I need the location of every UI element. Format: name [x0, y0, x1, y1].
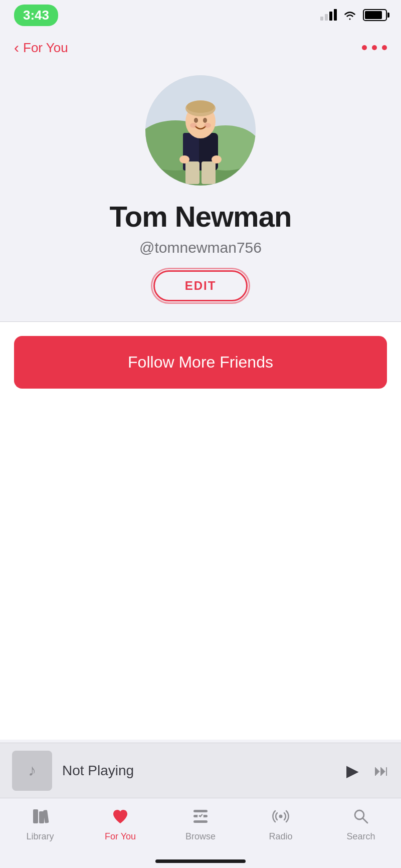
browse-icon [189, 805, 212, 827]
back-label: For You [23, 40, 68, 56]
tab-for-you[interactable]: For You [80, 805, 160, 842]
svg-point-12 [204, 123, 211, 128]
radio-icon [270, 805, 292, 827]
main-content: Follow More Friends [0, 322, 401, 389]
tab-library[interactable]: Library [0, 805, 80, 842]
more-button[interactable] [362, 45, 387, 50]
tab-bar: Library For You Browse [0, 798, 401, 868]
status-time: 3:43 [14, 5, 58, 26]
tab-radio[interactable]: Radio [241, 805, 321, 842]
profile-name: Tom Newman [110, 200, 292, 233]
svg-point-8 [186, 101, 215, 113]
back-button[interactable]: ‹ For You [14, 39, 68, 56]
svg-rect-23 [193, 820, 208, 823]
svg-rect-18 [33, 809, 38, 823]
avatar [145, 75, 256, 186]
signal-icon [320, 10, 337, 21]
tab-for-you-label: For You [105, 831, 136, 842]
now-playing-artwork: ♪ [12, 751, 52, 791]
tab-library-label: Library [26, 831, 54, 842]
empty-content-area [0, 389, 401, 740]
play-button[interactable]: ▶ [346, 761, 359, 780]
wifi-icon [343, 10, 357, 21]
now-playing-controls: ▶ ⏭ [346, 761, 389, 780]
more-dot-3 [382, 45, 387, 50]
svg-point-10 [203, 118, 207, 123]
svg-point-25 [279, 815, 283, 818]
svg-rect-21 [193, 810, 208, 812]
svg-rect-13 [185, 161, 199, 184]
for-you-icon [109, 805, 131, 827]
tab-browse-label: Browse [185, 831, 216, 842]
svg-rect-14 [202, 161, 216, 184]
tab-browse[interactable]: Browse [160, 805, 241, 842]
svg-line-27 [363, 818, 367, 823]
svg-point-9 [194, 118, 198, 123]
status-icons [320, 9, 387, 21]
tab-radio-label: Radio [269, 831, 292, 842]
library-icon [29, 805, 51, 827]
svg-point-16 [212, 155, 222, 163]
profile-section: Tom Newman @tomnewman756 EDIT [0, 65, 401, 321]
tab-search-label: Search [346, 831, 375, 842]
status-bar: 3:43 [0, 0, 401, 30]
tab-search[interactable]: Search [321, 805, 401, 842]
more-dot-1 [362, 45, 367, 50]
svg-point-15 [179, 155, 189, 163]
search-icon [350, 805, 372, 827]
music-note-icon: ♪ [28, 761, 36, 780]
edit-button[interactable]: EDIT [153, 270, 248, 301]
more-dot-2 [372, 45, 377, 50]
home-indicator [155, 859, 246, 863]
nav-bar: ‹ For You [0, 30, 401, 65]
battery-icon [363, 9, 387, 21]
fast-forward-button[interactable]: ⏭ [374, 762, 389, 779]
svg-point-11 [190, 123, 197, 128]
svg-rect-19 [39, 811, 44, 823]
chevron-left-icon: ‹ [14, 39, 19, 56]
profile-username: @tomnewman756 [139, 239, 262, 256]
now-playing-bar[interactable]: ♪ Not Playing ▶ ⏭ [0, 743, 401, 798]
now-playing-title: Not Playing [62, 763, 336, 779]
follow-more-friends-button[interactable]: Follow More Friends [14, 336, 387, 389]
